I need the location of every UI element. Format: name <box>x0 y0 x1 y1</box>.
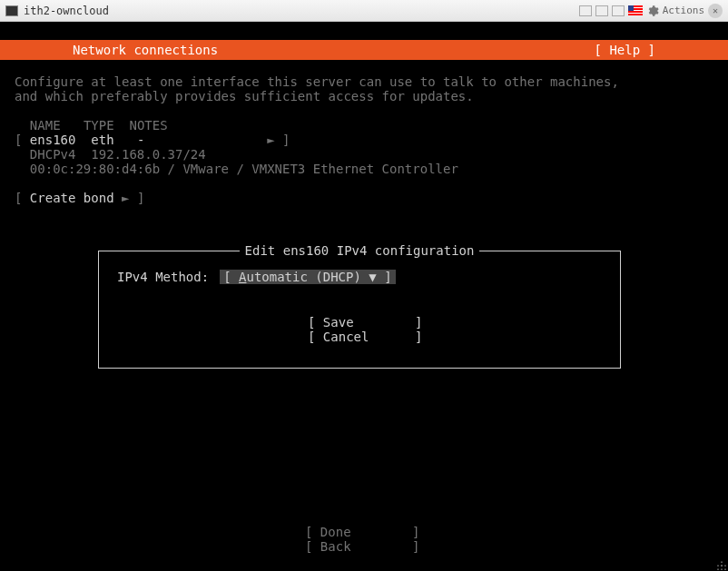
iface-name[interactable]: ens160 <box>30 133 76 147</box>
col-name: NAME <box>30 118 61 133</box>
iface-notes: - <box>137 133 144 147</box>
create-bond-close: ] <box>129 191 144 205</box>
footer-button-group: [ Done ] [ Back ] <box>305 525 419 554</box>
actions-menu[interactable]: Actions <box>663 5 704 16</box>
ipv4-method-label: IPv4 Method: <box>117 270 209 284</box>
window-title: ith2-owncloud <box>24 5 579 17</box>
iface-dhcp-label: DHCPv4 <box>30 147 76 162</box>
window-control-icon[interactable] <box>612 5 625 16</box>
resize-grip-icon[interactable]: .:.:: <box>715 562 726 569</box>
dialog-title: Edit ens160 IPv4 configuration <box>240 243 480 258</box>
gear-icon[interactable] <box>646 5 659 17</box>
col-type: TYPE <box>84 118 114 133</box>
screen-body: Configure at least one interface this se… <box>15 74 713 205</box>
chevron-right-icon[interactable]: ► <box>267 133 274 147</box>
ipv4-config-dialog: Edit ens160 IPv4 configuration IPv4 Meth… <box>98 251 621 369</box>
intro-line2: and which preferably provides sufficient… <box>15 89 474 103</box>
ipv4-method-select[interactable]: [ Automatic (DHCP) ▼ ] <box>220 270 395 284</box>
save-button[interactable]: [ Save ] <box>308 315 422 330</box>
flag-us-icon <box>628 5 643 15</box>
create-bond-open[interactable]: [ <box>15 191 30 205</box>
iface-address: 192.168.0.37/24 <box>91 147 205 162</box>
iface-type: eth <box>91 133 113 147</box>
intro-line1: Configure at least one interface this se… <box>15 74 619 89</box>
done-button[interactable]: [ Done ] <box>305 525 419 539</box>
terminal-screen: Network connections [ Help ] Configure a… <box>0 22 728 571</box>
chevron-down-icon: ▼ <box>361 270 377 284</box>
iface-row-close: ] <box>275 133 290 147</box>
window-titlebar: ith2-owncloud Actions ✕ <box>0 0 728 22</box>
back-button[interactable]: [ Back ] <box>305 539 419 554</box>
create-bond-button[interactable]: Create bond <box>30 191 114 205</box>
screen-header: Network connections [ Help ] <box>0 40 728 60</box>
screen-title: Network connections <box>73 43 218 57</box>
window-app-icon <box>5 5 18 16</box>
cancel-button[interactable]: [ Cancel ] <box>308 330 422 344</box>
window-control-icon[interactable] <box>595 5 608 16</box>
iface-mac: 00:0c:29:80:d4:6b / VMware / VMXNET3 Eth… <box>30 162 458 176</box>
col-notes: NOTES <box>129 118 167 133</box>
iface-row-open[interactable]: [ <box>15 133 30 147</box>
close-icon[interactable]: ✕ <box>708 4 723 18</box>
dialog-button-group: [ Save ] [ Cancel ] <box>308 315 422 344</box>
window-control-icon[interactable] <box>579 5 592 16</box>
help-button[interactable]: [ Help ] <box>595 43 655 57</box>
